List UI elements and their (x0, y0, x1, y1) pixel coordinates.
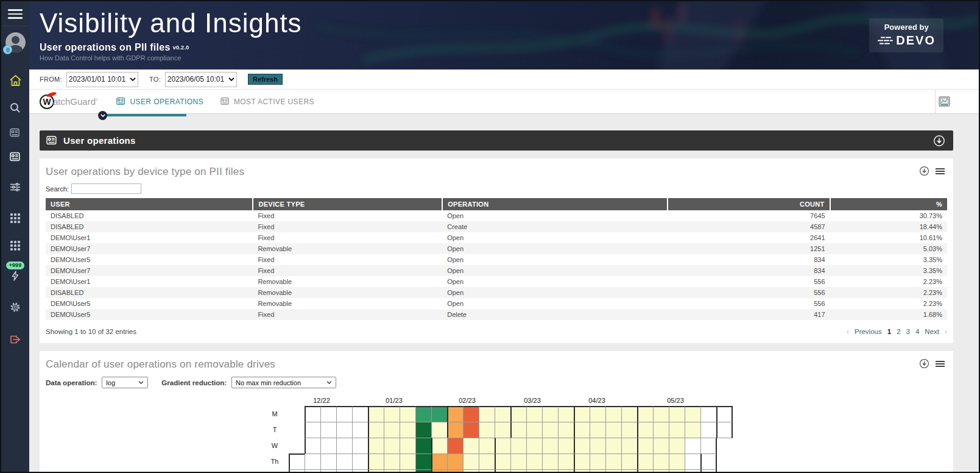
heatmap-cell[interactable] (415, 469, 432, 472)
from-date-select[interactable]: 2023/01/01 10:01 (66, 72, 138, 87)
heatmap-cell[interactable] (352, 406, 368, 422)
sidebar-item-alerts[interactable] (4, 267, 26, 285)
heatmap-cell[interactable] (431, 438, 448, 454)
heatmap-cell[interactable] (700, 453, 717, 470)
heatmap-cell[interactable] (700, 422, 717, 438)
sidebar-item-search[interactable] (4, 99, 26, 117)
tab-user-operations[interactable]: USER OPERATIONS (116, 97, 203, 106)
heatmap-cell[interactable] (605, 469, 622, 472)
heatmap-cell[interactable] (384, 453, 400, 470)
heatmap-cell[interactable] (685, 422, 701, 438)
heatmap-cell[interactable] (605, 422, 622, 438)
heatmap-cell[interactable] (621, 438, 638, 454)
heatmap-cell[interactable] (637, 469, 654, 472)
heatmap-cell[interactable] (305, 453, 321, 470)
heatmap-cell[interactable] (558, 422, 574, 438)
heatmap-cell[interactable] (463, 453, 479, 470)
heatmap-cell[interactable] (336, 453, 353, 470)
heatmap-cell[interactable] (542, 438, 559, 454)
heatmap-cell[interactable] (447, 422, 464, 438)
heatmap-cell[interactable] (685, 453, 701, 470)
heatmap-cell[interactable] (574, 438, 590, 454)
heatmap-cell[interactable] (447, 406, 464, 422)
heatmap-cell[interactable] (320, 422, 337, 438)
heatmap-cell[interactable] (558, 406, 574, 422)
sidebar-item-logout[interactable] (4, 330, 26, 349)
column-header[interactable]: USER (46, 198, 253, 210)
heatmap-cell[interactable] (669, 406, 685, 422)
heatmap-cell[interactable] (463, 469, 479, 472)
heatmap-cell[interactable] (526, 469, 543, 472)
heatmap-cell[interactable] (479, 469, 495, 472)
heatmap-cell[interactable] (305, 469, 321, 472)
heatmap-cell[interactable] (605, 406, 622, 422)
heatmap-cell[interactable] (336, 469, 353, 472)
heatmap-cell[interactable] (510, 453, 527, 470)
heatmap-cell[interactable] (590, 438, 606, 454)
heatmap-cell[interactable] (542, 453, 559, 470)
heatmap-cell[interactable] (653, 469, 669, 472)
gradient-reduction-select[interactable]: No max min reduction (231, 377, 336, 388)
heatmap-cell[interactable] (716, 406, 733, 422)
heatmap-cell[interactable] (637, 438, 654, 454)
heatmap-cell[interactable] (479, 438, 495, 454)
heatmap-cell[interactable] (352, 422, 368, 438)
heatmap-cell[interactable] (495, 453, 511, 470)
pagination-next[interactable]: Next (925, 328, 939, 335)
heatmap-cell[interactable] (637, 453, 654, 470)
heatmap-cell[interactable] (463, 438, 479, 454)
heatmap-cell[interactable] (510, 406, 527, 422)
heatmap-cell[interactable] (700, 438, 717, 454)
heatmap-cell[interactable] (289, 469, 305, 472)
heatmap-cell[interactable] (368, 422, 384, 438)
to-date-select[interactable]: 2023/06/05 10:01 (165, 72, 237, 87)
heatmap-cell[interactable] (542, 406, 559, 422)
pagination-page-4[interactable]: 4 (915, 328, 919, 335)
heatmap-cell[interactable] (415, 453, 432, 470)
heatmap-cell[interactable] (621, 469, 638, 472)
heatmap-cell[interactable] (368, 406, 384, 422)
heatmap-cell[interactable] (431, 469, 448, 472)
heatmap-cell[interactable] (510, 422, 527, 438)
heatmap-cell[interactable] (669, 422, 685, 438)
heatmap-cell[interactable] (320, 438, 337, 454)
heatmap-cell[interactable] (368, 438, 384, 454)
heatmap-cell[interactable] (526, 453, 543, 470)
heatmap-cell[interactable] (320, 406, 337, 422)
heatmap-cell[interactable] (431, 406, 448, 422)
sidebar-item-apps-2[interactable] (4, 237, 26, 255)
heatmap-cell[interactable] (558, 469, 574, 472)
sidebar-item-settings[interactable] (4, 298, 26, 316)
heatmap-cell[interactable] (653, 453, 669, 470)
heatmap-cell[interactable] (463, 406, 479, 422)
search-input[interactable] (71, 183, 141, 194)
heatmap-cell[interactable] (637, 422, 654, 438)
user-avatar[interactable] (5, 32, 26, 52)
sidebar-item-filters[interactable] (4, 178, 26, 196)
heatmap-cell[interactable] (320, 469, 337, 472)
section-download-button[interactable] (933, 135, 945, 147)
data-operation-select[interactable]: log (102, 377, 148, 388)
widget-menu-button[interactable] (936, 168, 945, 175)
heatmap-cell[interactable] (352, 469, 368, 472)
heatmap-cell[interactable] (574, 422, 590, 438)
heatmap-cell[interactable] (400, 422, 416, 438)
refresh-button[interactable]: Refresh (248, 74, 283, 85)
heatmap-cell[interactable] (352, 453, 368, 470)
heatmap-cell[interactable] (653, 438, 669, 454)
sidebar-item-home[interactable] (4, 71, 26, 90)
heatmap-cell[interactable] (526, 422, 543, 438)
heatmap-cell[interactable] (368, 453, 384, 470)
column-header[interactable]: % (830, 198, 947, 210)
heatmap-cell[interactable] (590, 453, 606, 470)
pagination-page-1[interactable]: 1 (887, 328, 891, 335)
heatmap-cell[interactable] (384, 438, 400, 454)
heatmap-cell[interactable] (510, 469, 527, 472)
heatmap-cell[interactable] (479, 406, 495, 422)
heatmap-cell[interactable] (479, 422, 495, 438)
heatmap-cell[interactable] (542, 422, 559, 438)
heatmap-cell[interactable] (574, 453, 590, 470)
widget-download-button[interactable] (919, 358, 929, 369)
heatmap-cell[interactable] (510, 438, 527, 454)
heatmap-cell[interactable] (368, 469, 384, 472)
